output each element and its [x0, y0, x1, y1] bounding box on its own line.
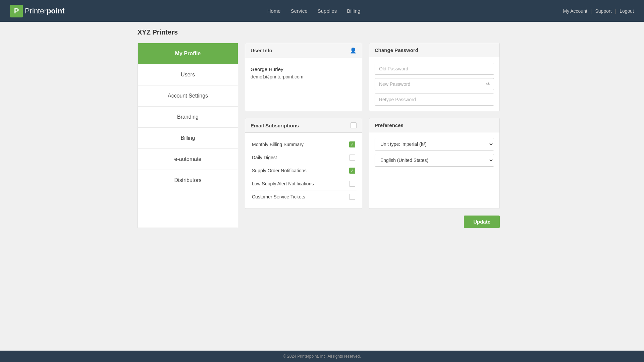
logo-icon: P: [10, 5, 23, 17]
subscription-low-supply-label: Low Supply Alert Notifications: [252, 181, 314, 186]
main-nav: Home Service Supplies Billing: [267, 8, 361, 14]
email-subs-title: Email Subscriptions: [251, 123, 299, 128]
logo-text: Printerpoint: [25, 7, 65, 15]
sidebar-item-my-profile[interactable]: My Profile: [138, 43, 238, 64]
top-panels-row: User Info 👤 George Hurley demo1@printerp…: [245, 43, 500, 111]
support-link[interactable]: Support: [595, 8, 611, 14]
email-subs-all-checkbox[interactable]: [351, 122, 357, 128]
preferences-title: Preferences: [375, 122, 404, 128]
sidebar-item-billing[interactable]: Billing: [138, 128, 238, 149]
change-password-body: 👁: [369, 57, 499, 111]
user-info-panel: User Info 👤 George Hurley demo1@printerp…: [245, 43, 362, 111]
subscription-customer-service: Customer Service Tickets: [251, 190, 357, 203]
nav-service[interactable]: Service: [291, 8, 308, 14]
nav-supplies[interactable]: Supplies: [318, 8, 337, 14]
subscription-daily-digest: Daily Digest: [251, 151, 357, 164]
retype-password-input[interactable]: [375, 94, 494, 106]
bottom-panels-row: Email Subscriptions Monthly Billing Summ…: [245, 118, 500, 209]
subscription-low-supply-checkbox[interactable]: [349, 181, 355, 187]
old-password-input[interactable]: [375, 63, 494, 75]
subscription-low-supply: Low Supply Alert Notifications: [251, 177, 357, 190]
user-info-header: User Info 👤: [245, 43, 362, 58]
email-subs-body: Monthly Billing Summary Daily Digest Sup…: [245, 133, 362, 208]
new-password-wrapper: 👁: [375, 78, 494, 90]
main-area: User Info 👤 George Hurley demo1@printerp…: [238, 43, 506, 228]
subscription-customer-service-label: Customer Service Tickets: [252, 194, 305, 199]
change-password-panel: Change Password 👁: [369, 43, 500, 111]
sidebar-item-branding[interactable]: Branding: [138, 107, 238, 128]
user-email: demo1@printerpoint.com: [251, 74, 357, 79]
sidebar-item-account-settings[interactable]: Account Settings: [138, 85, 238, 107]
logo: P Printerpoint: [10, 5, 65, 17]
header: P Printerpoint Home Service Supplies Bil…: [0, 0, 644, 22]
content-layout: My Profile Users Account Settings Brandi…: [138, 43, 506, 228]
my-account-link[interactable]: My Account: [563, 8, 587, 14]
toggle-password-icon[interactable]: 👁: [486, 81, 491, 87]
header-right: My Account | Support | Logout: [563, 8, 634, 14]
nav-billing[interactable]: Billing: [347, 8, 360, 14]
change-password-title: Change Password: [375, 47, 418, 53]
user-info-body: George Hurley demo1@printerpoint.com: [245, 58, 362, 88]
subscription-monthly-billing: Monthly Billing Summary: [251, 138, 357, 151]
subscription-supply-order: Supply Order Notifications: [251, 164, 357, 177]
subscription-supply-order-label: Supply Order Notifications: [252, 168, 307, 173]
subscription-daily-digest-label: Daily Digest: [252, 155, 277, 160]
change-password-header: Change Password: [369, 43, 499, 57]
logo-letter: P: [14, 7, 19, 15]
sidebar-item-users[interactable]: Users: [138, 64, 238, 85]
page-wrapper: XYZ Printers My Profile Users Account Se…: [127, 22, 517, 241]
user-name: George Hurley: [251, 66, 357, 72]
user-info-title: User Info: [251, 48, 272, 53]
subscription-monthly-billing-label: Monthly Billing Summary: [252, 142, 304, 147]
sidebar-item-distributors[interactable]: Distributors: [138, 170, 238, 191]
page-title: XYZ Printers: [138, 28, 506, 36]
sidebar-item-e-automate[interactable]: e-automate: [138, 149, 238, 170]
preferences-body: Unit type: imperial (ft²) Unit type: met…: [369, 132, 499, 172]
email-subscriptions-panel: Email Subscriptions Monthly Billing Summ…: [245, 118, 362, 209]
language-select[interactable]: English (United States) Spanish French: [375, 154, 494, 167]
subscription-monthly-billing-checkbox[interactable]: [349, 141, 355, 147]
logout-link[interactable]: Logout: [620, 8, 634, 14]
subscription-daily-digest-checkbox[interactable]: [349, 155, 355, 161]
preferences-header: Preferences: [369, 118, 499, 132]
preferences-panel: Preferences Unit type: imperial (ft²) Un…: [369, 118, 500, 209]
sidebar: My Profile Users Account Settings Brandi…: [138, 43, 238, 228]
nav-home[interactable]: Home: [267, 8, 281, 14]
unit-type-select[interactable]: Unit type: imperial (ft²) Unit type: met…: [375, 138, 494, 150]
edit-profile-icon[interactable]: 👤: [350, 47, 357, 54]
update-button[interactable]: Update: [464, 216, 500, 228]
email-subs-header: Email Subscriptions: [245, 118, 362, 133]
subscription-supply-order-checkbox[interactable]: [349, 168, 355, 174]
new-password-input[interactable]: [375, 78, 494, 90]
subscription-customer-service-checkbox[interactable]: [349, 194, 355, 200]
actions-row: Update: [245, 216, 500, 228]
